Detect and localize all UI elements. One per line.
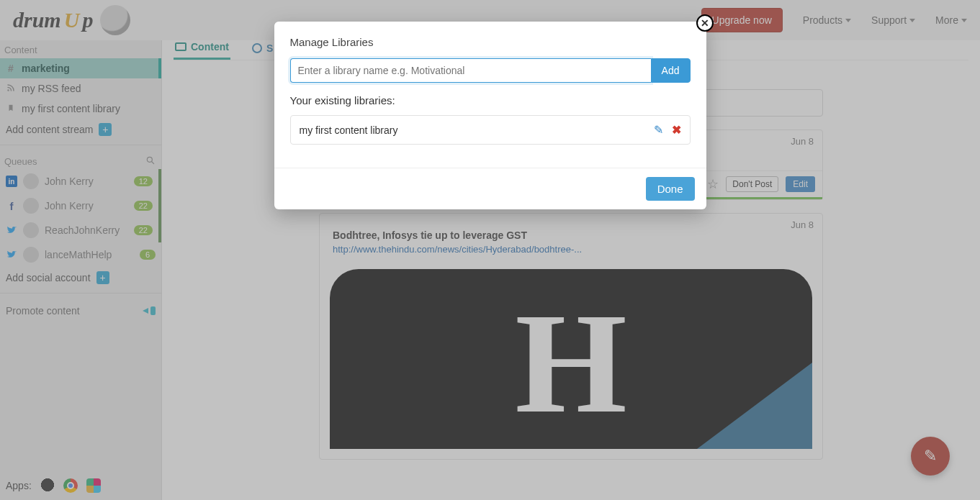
library-item: my first content library ✎ ✖ bbox=[290, 115, 691, 145]
done-button[interactable]: Done bbox=[646, 177, 695, 201]
existing-libraries-label: Your existing libraries: bbox=[290, 94, 691, 106]
modal-title: Manage Libraries bbox=[290, 36, 691, 48]
library-item-name: my first content library bbox=[300, 124, 398, 136]
add-library-button[interactable]: Add bbox=[651, 58, 691, 83]
close-icon[interactable]: ✕ bbox=[696, 14, 714, 32]
delete-icon[interactable]: ✖ bbox=[672, 123, 681, 137]
manage-libraries-modal: ✕ Manage Libraries Add Your existing lib… bbox=[274, 22, 706, 209]
edit-icon[interactable]: ✎ bbox=[654, 123, 663, 137]
library-name-input[interactable] bbox=[290, 58, 651, 83]
